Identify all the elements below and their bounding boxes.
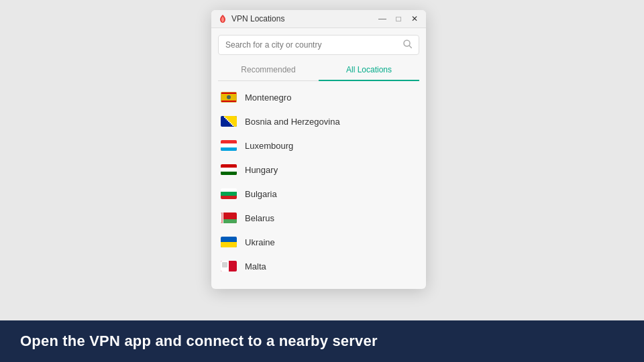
search-icon [403, 40, 412, 50]
svg-rect-20 [221, 168, 237, 172]
location-name: Malta [245, 261, 266, 272]
tab-recommended[interactable]: Recommended [218, 60, 319, 81]
minimize-button[interactable]: — [378, 15, 387, 23]
bottom-banner: Open the VPN app and connect to a nearby… [0, 320, 644, 362]
flag-ukraine [221, 237, 237, 247]
flag-malta [221, 261, 237, 272]
flag-bulgaria [221, 188, 237, 199]
location-name: Bosnia and Herzegovina [245, 117, 340, 127]
location-name: Montenegro [245, 93, 291, 103]
location-name: Belarus [245, 213, 274, 223]
svg-point-13 [229, 122, 231, 123]
svg-point-11 [227, 119, 228, 121]
list-item[interactable]: Luxembourg [211, 133, 426, 158]
svg-rect-5 [221, 101, 236, 102]
svg-rect-18 [221, 147, 237, 151]
svg-point-9 [224, 117, 225, 118]
location-name: Bulgaria [245, 189, 277, 199]
flag-hungary [221, 164, 237, 175]
list-item[interactable]: Malta [211, 254, 426, 278]
flag-belarus [221, 213, 237, 223]
svg-point-14 [231, 123, 232, 125]
list-item[interactable]: Bulgaria [211, 182, 426, 206]
banner-text: Open the VPN app and connect to a nearby… [20, 333, 378, 350]
list-item[interactable]: Hungary [211, 158, 426, 182]
maximize-button[interactable]: □ [394, 15, 403, 23]
svg-rect-17 [221, 143, 237, 147]
location-list-wrap: Montenegro Bo [211, 81, 426, 289]
titlebar: VPN Locations — □ ✕ [211, 10, 426, 28]
list-item[interactable]: Montenegro [211, 85, 426, 109]
list-item[interactable]: Ukraine [211, 230, 426, 254]
close-button[interactable]: ✕ [410, 15, 419, 23]
location-name: Hungary [245, 165, 278, 175]
search-input[interactable] [225, 40, 403, 50]
svg-line-1 [409, 46, 412, 48]
vpn-window: VPN Locations — □ ✕ Recommended All Loca… [211, 10, 426, 289]
list-item[interactable]: Bosnia and Herzegovina [211, 109, 426, 133]
svg-point-6 [227, 95, 231, 99]
svg-rect-21 [221, 172, 237, 175]
svg-rect-30 [221, 242, 237, 247]
svg-point-15 [232, 125, 233, 126]
svg-point-10 [225, 118, 227, 119]
tab-all-locations[interactable]: All Locations [319, 60, 419, 81]
svg-rect-4 [221, 93, 236, 94]
flag-bosnia [221, 116, 237, 127]
flag-luxembourg [221, 140, 237, 151]
svg-rect-33 [222, 262, 227, 267]
flag-montenegro [221, 92, 237, 103]
vpn-app-icon [218, 14, 227, 23]
search-bar [218, 35, 419, 55]
svg-rect-28 [221, 213, 223, 223]
titlebar-controls: — □ ✕ [378, 15, 419, 23]
location-name: Luxembourg [245, 141, 293, 151]
svg-rect-23 [221, 192, 237, 196]
window-title: VPN Locations [231, 14, 284, 23]
location-list: Montenegro Bo [211, 81, 426, 289]
svg-point-12 [228, 121, 229, 122]
titlebar-left: VPN Locations [218, 14, 284, 23]
svg-rect-24 [221, 196, 237, 199]
location-name: Ukraine [245, 237, 275, 247]
list-item[interactable]: Belarus [211, 206, 426, 230]
tabs: Recommended All Locations [218, 59, 419, 81]
